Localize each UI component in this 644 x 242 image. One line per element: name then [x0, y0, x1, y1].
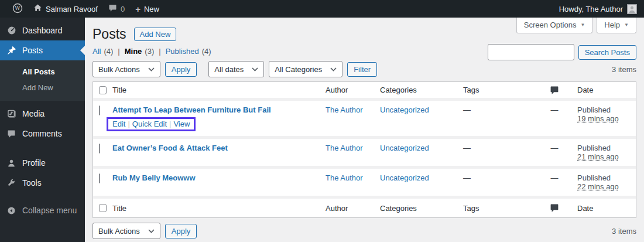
- sidebar-item-label: Media: [22, 109, 44, 118]
- sidebar-item-profile[interactable]: Profile: [0, 153, 85, 173]
- sidebar-item-add-new[interactable]: Add New: [0, 80, 85, 96]
- sidebar-item-comments[interactable]: Comments: [0, 124, 85, 144]
- wordpress-logo[interactable]: W: [7, 0, 28, 18]
- category-link[interactable]: Uncategorized: [380, 144, 429, 152]
- collapse-menu-button[interactable]: Collapse menu: [0, 200, 85, 220]
- table-row: Rub My Belly Meowww The Author Uncategor…: [93, 169, 636, 199]
- view-separator: |: [116, 47, 121, 56]
- table-row: Attempt To Leap Between Furniture But Fa…: [93, 101, 636, 139]
- sidebar-item-media[interactable]: Media: [0, 104, 85, 124]
- column-header-author: Author: [326, 86, 380, 94]
- post-date: 22 mins ago: [577, 182, 630, 191]
- column-header-tags: Tags: [463, 86, 537, 94]
- row-actions: Edit|Quick Edit|View: [112, 117, 320, 131]
- select-all-checkbox[interactable]: [99, 204, 107, 212]
- admin-bar-comments-link[interactable]: 0: [103, 0, 130, 18]
- comments-value: —: [537, 139, 577, 166]
- post-date: 19 mins ago: [577, 114, 630, 123]
- view-link[interactable]: View: [173, 120, 190, 128]
- view-published-link[interactable]: Published: [166, 47, 199, 56]
- all-categories-select[interactable]: All Categories: [269, 61, 342, 77]
- column-header-date[interactable]: Date: [577, 86, 636, 94]
- profile-icon: [6, 159, 17, 168]
- row-checkbox[interactable]: [99, 173, 100, 183]
- column-header-title[interactable]: Title: [112, 86, 326, 94]
- main-content: Screen Options ▼ Help ▼ Posts Add New Se…: [85, 18, 644, 242]
- tags-value: —: [463, 169, 537, 196]
- view-mine-link[interactable]: Mine: [125, 47, 142, 56]
- chevron-down-icon: ▼: [580, 22, 585, 28]
- posts-table: Title Author Categories Tags Date Attemp…: [93, 81, 636, 218]
- all-dates-select[interactable]: All dates: [208, 61, 264, 77]
- post-status: Published: [577, 144, 630, 152]
- filter-button[interactable]: Filter: [347, 62, 377, 77]
- add-new-button[interactable]: Add New: [134, 28, 177, 41]
- sidebar-item-label: Profile: [22, 158, 46, 168]
- help-button[interactable]: Help ▼: [597, 18, 636, 33]
- author-link[interactable]: The Author: [326, 173, 363, 182]
- comments-icon: [6, 129, 17, 138]
- apply-button[interactable]: Apply: [165, 62, 197, 77]
- svg-text:W: W: [15, 5, 20, 11]
- chevron-down-icon: [252, 67, 258, 71]
- row-checkbox[interactable]: [99, 144, 100, 154]
- row-checkbox[interactable]: [99, 105, 100, 115]
- collapse-icon: [6, 206, 17, 215]
- post-title-link[interactable]: Rub My Belly Meowww: [112, 173, 196, 182]
- category-link[interactable]: Uncategorized: [380, 105, 429, 114]
- page-title: Posts: [93, 26, 126, 42]
- tools-icon: [6, 179, 17, 188]
- post-title-link[interactable]: Attempt To Leap Between Furniture But Fa…: [112, 105, 271, 114]
- column-footer-categories: Categories: [380, 204, 463, 213]
- avatar[interactable]: [627, 4, 637, 14]
- items-count: 3 items: [612, 65, 636, 74]
- media-icon: [6, 109, 17, 118]
- sidebar-item-label: Posts: [22, 46, 43, 55]
- sidebar-item-label: Comments: [22, 129, 62, 138]
- apply-button-bottom[interactable]: Apply: [165, 224, 197, 238]
- sidebar-item-tools[interactable]: Tools: [0, 173, 85, 193]
- post-title-link[interactable]: Eat Owner’s Food & Attack Feet: [112, 144, 228, 152]
- table-row: Eat Owner’s Food & Attack Feet The Autho…: [93, 139, 636, 169]
- tablenav-top: Bulk Actions Apply All dates All Categor…: [93, 61, 636, 77]
- admin-bar: W Salman Ravoof 0 + New Howdy, The Autho…: [0, 0, 644, 18]
- column-footer-date[interactable]: Date: [577, 204, 636, 213]
- category-link[interactable]: Uncategorized: [380, 173, 429, 182]
- tags-value: —: [463, 101, 537, 136]
- plus-icon: +: [135, 5, 141, 13]
- search-posts-button[interactable]: Search Posts: [578, 45, 636, 60]
- view-mine-count: (3): [145, 47, 154, 56]
- chevron-down-icon: [148, 67, 155, 71]
- dashboard-icon: [6, 26, 17, 35]
- site-name-label: Salman Ravoof: [46, 5, 98, 13]
- select-all-checkbox[interactable]: [99, 86, 107, 94]
- admin-bar-new-link[interactable]: + New: [130, 0, 165, 18]
- bulk-actions-select-bottom[interactable]: Bulk Actions: [93, 223, 160, 239]
- site-name-link[interactable]: Salman Ravoof: [28, 0, 103, 18]
- sidebar-item-label: Dashboard: [22, 26, 63, 35]
- tablenav-bottom: Bulk Actions Apply 3 items: [93, 223, 636, 239]
- column-footer-author: Author: [326, 204, 380, 213]
- edit-link[interactable]: Edit: [112, 120, 125, 128]
- column-footer-tags: Tags: [463, 204, 537, 213]
- search-input[interactable]: [488, 44, 574, 60]
- help-label: Help: [604, 21, 620, 29]
- comments-value: —: [537, 169, 577, 196]
- column-footer-title[interactable]: Title: [112, 204, 326, 213]
- screen-options-button[interactable]: Screen Options ▼: [516, 18, 593, 33]
- author-link[interactable]: The Author: [326, 144, 363, 152]
- comments-value: —: [537, 101, 577, 136]
- sidebar-item-all-posts[interactable]: All Posts: [0, 64, 85, 80]
- comments-column-icon: [537, 203, 577, 213]
- table-footer-row: Title Author Categories Tags Date: [93, 199, 636, 217]
- bulk-actions-select[interactable]: Bulk Actions: [93, 61, 160, 77]
- view-separator: |: [157, 47, 162, 56]
- author-link[interactable]: The Author: [326, 105, 363, 114]
- new-label: New: [144, 5, 159, 13]
- view-all-link[interactable]: All: [93, 47, 101, 56]
- quick-edit-link[interactable]: Quick Edit: [132, 120, 167, 128]
- howdy-label[interactable]: Howdy, The Author: [559, 5, 623, 13]
- sidebar-item-dashboard[interactable]: Dashboard: [0, 21, 85, 40]
- sidebar-item-posts[interactable]: Posts: [0, 40, 85, 60]
- chevron-down-icon: [330, 67, 337, 71]
